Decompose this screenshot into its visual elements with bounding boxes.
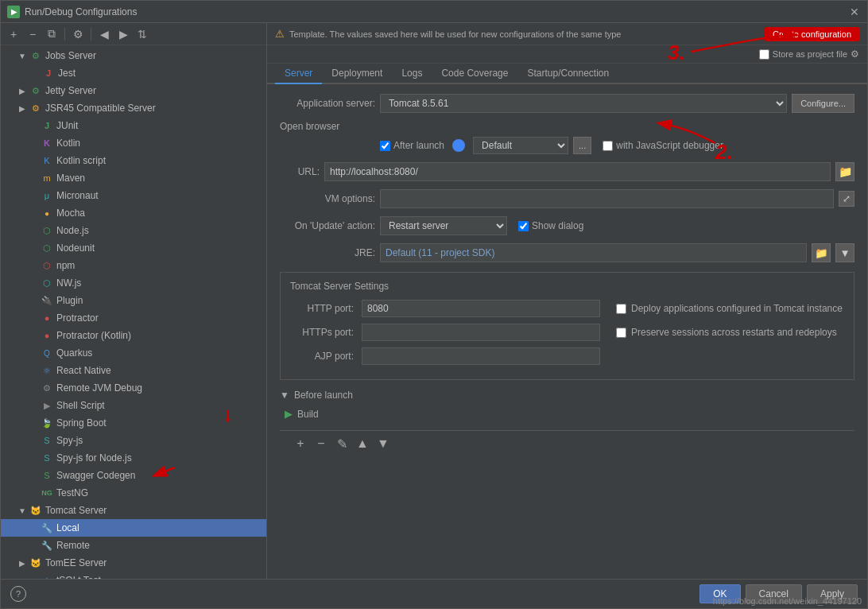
sidebar-item-micronaut[interactable]: μ Micronaut <box>1 187 266 204</box>
configure-button[interactable]: Configure... <box>792 94 854 113</box>
sidebar-item-isqlt[interactable]: t tSQLt Test <box>1 572 266 579</box>
sidebar-item-label: React Native <box>56 365 111 376</box>
tabs-row: Server Deployment Logs Code Coverage Sta… <box>267 64 867 84</box>
sidebar-item-kotlin[interactable]: K Kotlin <box>1 134 266 152</box>
sidebar-item-label: Plugin <box>56 295 83 306</box>
sidebar-item-junit[interactable]: J JUnit <box>1 117 266 134</box>
settings-button[interactable]: ⚙ <box>70 26 86 42</box>
jsr45-icon: ⚙ <box>29 102 42 114</box>
tab-startup-connection[interactable]: Startup/Connection <box>517 64 618 84</box>
deploy-applications-checkbox[interactable] <box>616 304 626 314</box>
before-launch-add-button[interactable]: + <box>293 436 308 452</box>
url-input[interactable] <box>324 162 831 181</box>
app-server-row: Application server: Tomcat 8.5.61 Config… <box>280 94 854 113</box>
sidebar-item-local[interactable]: 🔧 Local <box>1 519 266 537</box>
url-browse-button[interactable]: 📁 <box>835 162 854 181</box>
create-configuration-button[interactable]: Create configuration <box>765 27 859 41</box>
before-launch-up-button[interactable]: ▲ <box>355 436 370 452</box>
sidebar-item-shell-script[interactable]: ▶ Shell Script <box>1 397 266 414</box>
sidebar-item-remote-jvm[interactable]: ⚙ Remote JVM Debug <box>1 379 266 397</box>
jre-dropdown-button[interactable]: ▼ <box>835 243 854 262</box>
plugin-icon: 🔌 <box>41 294 53 307</box>
ajp-port-input[interactable] <box>362 347 600 365</box>
warning-text: Template. The values saved here will be … <box>289 29 765 39</box>
copy-config-button[interactable]: ⧉ <box>44 26 60 42</box>
on-update-select[interactable]: Restart server <box>380 216 507 235</box>
sidebar-item-nwjs[interactable]: ⬡ NW.js <box>1 274 266 292</box>
expand-arrow: ▶ <box>17 85 28 96</box>
sidebar-item-react-native[interactable]: ⚛ React Native <box>1 362 266 379</box>
tab-server[interactable]: Server <box>275 64 322 84</box>
toolbar-separator <box>64 28 65 41</box>
help-button[interactable]: ? <box>10 586 26 602</box>
http-port-input[interactable] <box>362 300 600 317</box>
after-launch-checkbox[interactable] <box>380 141 390 151</box>
browser-select[interactable]: Default <box>473 137 568 154</box>
quarkus-icon: Q <box>41 347 53 359</box>
js-debugger-checkbox[interactable] <box>603 141 613 151</box>
sidebar-item-spring-boot[interactable]: 🍃 Spring Boot <box>1 414 266 432</box>
show-dialog-label: Show dialog <box>532 220 583 231</box>
sidebar-item-remote[interactable]: 🔧 Remote <box>1 537 266 554</box>
before-launch-down-button[interactable]: ▼ <box>375 436 391 452</box>
app-server-select[interactable]: Tomcat 8.5.61 <box>380 94 787 113</box>
sidebar-item-nodejs[interactable]: ⬡ Node.js <box>1 222 266 239</box>
sidebar-item-maven[interactable]: m Maven <box>1 169 266 187</box>
browser-row: After launch Default ... with JavaScript… <box>280 137 854 154</box>
add-config-button[interactable]: + <box>6 26 21 42</box>
expand-arrow: ▼ <box>17 505 28 516</box>
testng-icon: NG <box>41 487 53 499</box>
preserve-sessions-checkbox[interactable] <box>616 328 626 338</box>
close-button[interactable]: ✕ <box>848 6 861 18</box>
sidebar-item-spy-js[interactable]: S Spy-js <box>1 432 266 449</box>
js-debugger-label: with JavaScript debugger <box>616 140 723 151</box>
sidebar-list: ▼ ⚙ Jobs Server J Jest ▶ ⚙ Jetty Server … <box>1 45 266 579</box>
url-label: URL: <box>280 166 320 177</box>
vm-options-input[interactable] <box>380 189 834 208</box>
before-launch-edit-button[interactable]: ✎ <box>334 436 350 452</box>
sidebar-item-tomee-server[interactable]: ▶ 🐱 TomEE Server <box>1 554 266 572</box>
show-dialog-checkbox[interactable] <box>518 221 529 231</box>
move-up-button[interactable]: ◀ <box>96 26 112 42</box>
before-launch-remove-button[interactable]: − <box>313 436 329 452</box>
sidebar-item-mocha[interactable]: ● Mocha <box>1 204 266 222</box>
before-launch-actions: + − ✎ ▲ ▼ <box>280 430 854 456</box>
move-down-button[interactable]: ▶ <box>115 26 131 42</box>
sidebar-item-nodeunit[interactable]: ⬡ Nodeunit <box>1 239 266 257</box>
sidebar-item-plugin[interactable]: 🔌 Plugin <box>1 292 266 309</box>
jre-input[interactable] <box>380 243 807 262</box>
vm-options-expand-button[interactable]: ⤢ <box>839 191 854 207</box>
sidebar-item-npm[interactable]: ⬡ npm <box>1 257 266 274</box>
sidebar-item-jest[interactable]: J Jest <box>1 64 266 82</box>
sort-button[interactable]: ⇅ <box>134 26 150 42</box>
sidebar-item-kotlin-script[interactable]: K Kotlin script <box>1 152 266 169</box>
sidebar-item-label: Quarkus <box>56 347 92 359</box>
sidebar-item-jsr45[interactable]: ▶ ⚙ JSR45 Compatible Server <box>1 99 266 117</box>
sidebar-item-label: Jetty Server <box>45 85 96 96</box>
remove-config-button[interactable]: − <box>25 26 41 42</box>
sidebar-item-testng[interactable]: NG TestNG <box>1 484 266 502</box>
sidebar-item-swagger[interactable]: S Swagger Codegen <box>1 467 266 484</box>
tab-code-coverage[interactable]: Code Coverage <box>432 64 517 84</box>
https-port-label: HTTPs port: <box>290 327 354 338</box>
build-label: Build <box>297 409 319 420</box>
before-launch-header[interactable]: ▼ Before launch <box>280 390 854 401</box>
main-content: + − ⧉ ⚙ ◀ ▶ ⇅ ▼ ⚙ Jobs Server J <box>1 23 867 579</box>
watermark: https://blog.csdn.net/weixin_44197120 <box>713 596 862 606</box>
sidebar-item-tomcat-server[interactable]: ▼ 🐱 Tomcat Server <box>1 502 266 519</box>
https-port-input[interactable] <box>362 324 600 341</box>
sidebar-item-protractor-kotlin[interactable]: ● Protractor (Kotlin) <box>1 327 266 344</box>
tab-deployment[interactable]: Deployment <box>322 64 392 84</box>
store-settings-gear-icon[interactable]: ⚙ <box>851 48 859 60</box>
sidebar-item-protractor[interactable]: ● Protractor <box>1 309 266 327</box>
store-as-project-checkbox[interactable] <box>759 49 769 60</box>
sidebar-item-spy-js-nodejs[interactable]: S Spy-js for Node.js <box>1 449 266 467</box>
sidebar-item-jetty-server[interactable]: ▶ ⚙ Jetty Server <box>1 82 266 99</box>
browser-options-button[interactable]: ... <box>573 137 591 154</box>
sidebar-item-jobs-server[interactable]: ▼ ⚙ Jobs Server <box>1 47 266 64</box>
sidebar-item-quarkus[interactable]: Q Quarkus <box>1 344 266 362</box>
jre-browse-button[interactable]: 📁 <box>812 243 831 262</box>
remote-icon: 🔧 <box>41 539 53 552</box>
tab-logs[interactable]: Logs <box>392 64 432 84</box>
sidebar-item-label: Protractor (Kotlin) <box>56 330 131 341</box>
